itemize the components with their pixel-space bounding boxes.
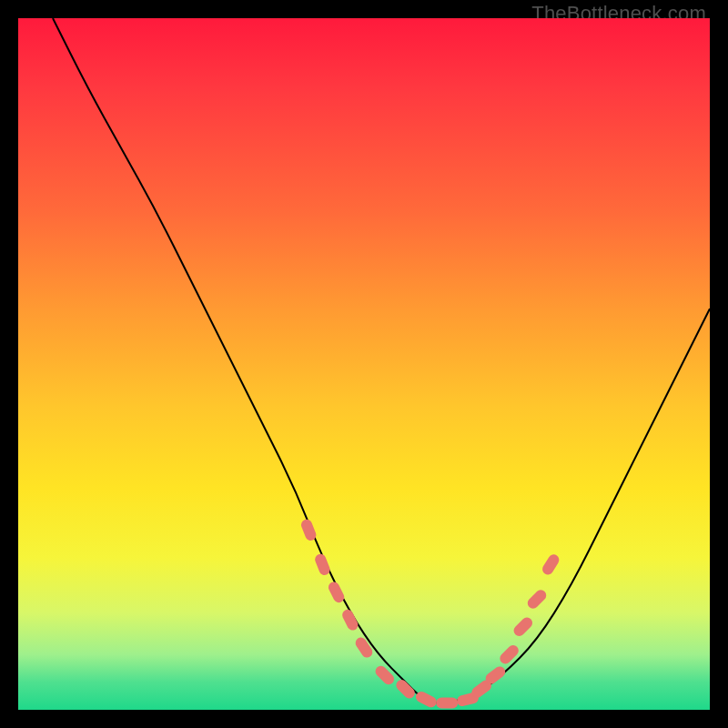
highlight-pill (327, 580, 346, 604)
highlight-pill (498, 642, 521, 665)
bottleneck-curve (53, 18, 710, 703)
chart-stage: TheBottleneck.com (0, 0, 728, 728)
plot-area (18, 18, 710, 710)
highlight-pill (541, 552, 561, 577)
highlight-pill (525, 588, 548, 611)
marker-group (299, 518, 561, 709)
highlight-pill (373, 663, 396, 686)
curve-svg (18, 18, 710, 710)
highlight-pill (511, 615, 534, 638)
highlight-pill (414, 690, 439, 709)
highlight-pill (340, 608, 359, 632)
highlight-pill (353, 635, 374, 660)
highlight-pill (436, 697, 458, 708)
highlight-pill (313, 552, 331, 577)
